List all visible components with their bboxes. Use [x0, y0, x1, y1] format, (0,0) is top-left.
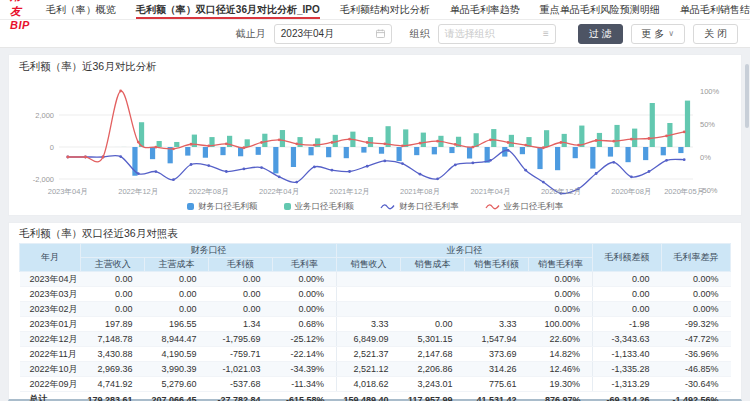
org-filter-input[interactable]: 请选择组织 ≡ — [438, 24, 556, 44]
tab-4[interactable]: 重点单品毛利风险预测明细 — [540, 0, 660, 19]
row-month: 2022年12月 — [20, 332, 81, 347]
svg-text:0%: 0% — [700, 153, 711, 162]
legend-item-3[interactable]: 业务口径毛利率 — [485, 201, 564, 213]
svg-text:50%: 50% — [700, 120, 715, 129]
row-value: -47.72% — [661, 332, 730, 347]
total-value: 179,283.61 — [81, 392, 145, 401]
row-value: -1,133.40 — [593, 347, 662, 362]
table-row[interactable]: 2023年04月0.000.000.000.00%0.00%0.000.00% — [20, 272, 731, 287]
org-filter-placeholder: 请选择组织 — [445, 27, 495, 41]
row-value: 0.00 — [145, 302, 209, 317]
row-value — [337, 272, 401, 287]
row-value: 0.00 — [81, 272, 145, 287]
more-button[interactable]: 更 多 ∨ — [631, 24, 686, 44]
legend-item-0[interactable]: 财务口径毛利额 — [187, 201, 258, 213]
row-value: 2,206.86 — [401, 362, 465, 377]
date-filter-input[interactable]: 2023年04月 — [274, 24, 392, 44]
row-value: 196.55 — [145, 317, 209, 332]
total-value: 41,531.42 — [465, 392, 529, 401]
total-value: -1,492.56% — [661, 392, 730, 401]
row-value: 373.69 — [465, 347, 529, 362]
tab-0[interactable]: 毛利（率）概览 — [46, 0, 116, 19]
col-header: 销售收入 — [337, 258, 401, 272]
filter-button[interactable]: 过 滤 — [578, 24, 623, 44]
row-value: 0.00% — [661, 272, 730, 287]
row-month: 2023年03月 — [20, 287, 81, 302]
table-title: 毛利额（率）双口径近36月对照表 — [19, 227, 731, 243]
row-month: 2023年01月 — [20, 317, 81, 332]
legend-item-1[interactable]: 业务口径毛利额 — [284, 201, 355, 213]
group-header-1: 业务口径 — [337, 244, 593, 258]
row-value: -30.64% — [661, 377, 730, 392]
vertical-scrollbar[interactable] — [745, 56, 749, 206]
row-value: 3,430.88 — [81, 347, 145, 362]
legend-bar-swatch — [284, 203, 291, 210]
app-logo: 用友BIP — [10, 0, 30, 19]
table-row[interactable]: 2022年11月3,430.884,190.59-759.71-22.14%2,… — [20, 347, 731, 362]
total-row: 总计179,283.61207,066.45-27,782.84-615.58%… — [20, 392, 731, 401]
legend-item-2[interactable]: 财务口径毛利率 — [380, 201, 459, 213]
chart-svg[interactable]: 2,0000-2,000100%50%0%-50%2023年04月2022年12… — [19, 75, 733, 199]
col-header: 销售毛利额 — [465, 258, 529, 272]
table-row[interactable]: 2023年03月0.000.000.000.00%0.00%0.000.00% — [20, 287, 731, 302]
row-value: -25.12% — [273, 332, 337, 347]
row-value: 775.61 — [465, 377, 529, 392]
chevron-down-icon: ∨ — [668, 29, 674, 38]
row-value: 2,521.12 — [337, 362, 401, 377]
row-value: 3.33 — [337, 317, 401, 332]
row-value: -1,313.29 — [593, 377, 662, 392]
tab-2[interactable]: 毛利额结构对比分析 — [340, 0, 430, 19]
svg-text:2021年04月: 2021年04月 — [470, 187, 510, 196]
row-value: 0.00 — [401, 317, 465, 332]
row-value: 0.00% — [273, 272, 337, 287]
row-value: 19.30% — [529, 377, 593, 392]
table-row[interactable]: 2022年10月2,969.363,990.39-1,021.03-34.39%… — [20, 362, 731, 377]
row-value: 0.00% — [661, 302, 730, 317]
row-value: 0.00 — [81, 302, 145, 317]
total-label: 总计 — [20, 392, 81, 401]
scrollbar-thumb[interactable] — [745, 64, 749, 128]
svg-text:2020年12月: 2020年12月 — [541, 187, 581, 196]
row-value: 4,018.62 — [337, 377, 401, 392]
row-value: -34.39% — [273, 362, 337, 377]
row-value: 12.46% — [529, 362, 593, 377]
col-header-extra-0: 毛利额差额 — [593, 244, 662, 272]
col-header: 毛利率 — [273, 258, 337, 272]
row-value: -22.14% — [273, 347, 337, 362]
row-value: -1,795.69 — [209, 332, 273, 347]
total-value: 159,489.40 — [337, 392, 401, 401]
total-value: -27,782.84 — [209, 392, 273, 401]
table-row[interactable]: 2023年01月197.89196.551.340.68%3.330.003.3… — [20, 317, 731, 332]
chart-panel: 毛利额（率）近36月对比分析 2,0000-2,000100%50%0%-50%… — [8, 54, 742, 216]
svg-text:2021年08月: 2021年08月 — [400, 187, 440, 196]
date-filter-label: 截止月 — [236, 27, 266, 41]
row-value: 100.00% — [529, 317, 593, 332]
svg-text:100%: 100% — [700, 87, 720, 96]
tab-1[interactable]: 毛利额（率）双口径近36月对比分析_IPO — [136, 0, 320, 19]
tab-3[interactable]: 单品毛利率趋势 — [450, 0, 520, 19]
row-value: 3,243.01 — [401, 377, 465, 392]
calendar-icon — [376, 29, 385, 38]
row-month: 2022年10月 — [20, 362, 81, 377]
chart-legend: 财务口径毛利额业务口径毛利额财务口径毛利率业务口径毛利率 — [19, 199, 731, 214]
table-row[interactable]: 2022年09月4,741.925,279.60-537.68-11.34%4,… — [20, 377, 731, 392]
col-header: 销售毛利率 — [529, 258, 593, 272]
top-nav: 用友BIP 毛利（率）概览毛利额（率）双口径近36月对比分析_IPO毛利额结构对… — [0, 0, 750, 20]
row-value: -1.98 — [593, 317, 662, 332]
row-value: -36.96% — [661, 347, 730, 362]
table-row[interactable]: 2023年02月0.000.000.000.00%0.00%0.000.00% — [20, 302, 731, 317]
row-value: -1,021.03 — [209, 362, 273, 377]
row-value: 7,148.78 — [81, 332, 145, 347]
col-header: 主营收入 — [81, 258, 145, 272]
close-button[interactable]: 关 闭 — [693, 24, 738, 44]
row-value: -46.85% — [661, 362, 730, 377]
row-value: 0.00 — [209, 287, 273, 302]
tab-5[interactable]: 单品毛利销售结构分析 — [680, 0, 750, 19]
legend-label: 财务口径毛利率 — [399, 201, 459, 213]
table-row[interactable]: 2022年12月7,148.788,944.47-1,795.69-25.12%… — [20, 332, 731, 347]
table-head: 年月财务口径业务口径毛利额差额毛利率差异主营收入主营成本毛利额毛利率销售收入销售… — [20, 244, 731, 272]
compare-table: 年月财务口径业务口径毛利额差额毛利率差异主营收入主营成本毛利额毛利率销售收入销售… — [19, 243, 731, 401]
col-header: 销售成本 — [401, 258, 465, 272]
row-value — [465, 272, 529, 287]
row-value: -1,335.28 — [593, 362, 662, 377]
